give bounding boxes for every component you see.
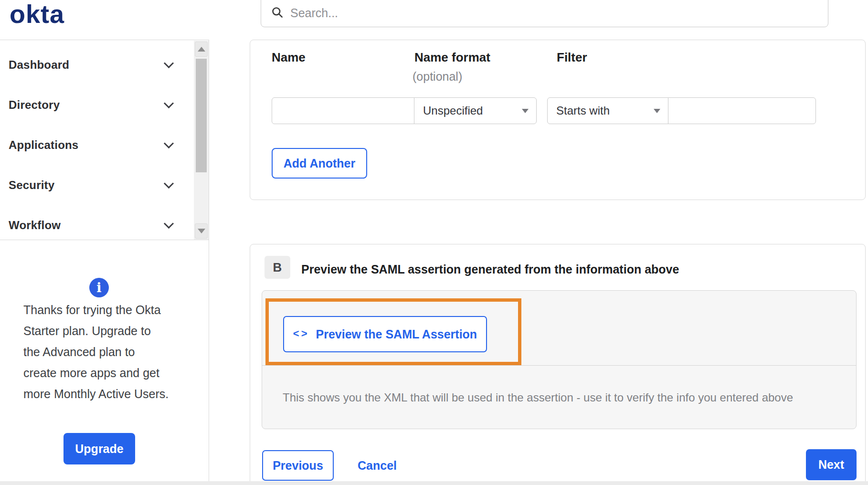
attribute-statements-panel: Name Name format (optional) Filter Unspe… xyxy=(250,40,866,200)
preview-saml-panel: B Preview the SAML assertion generated f… xyxy=(250,244,866,485)
page-bottom-strip xyxy=(0,481,868,485)
next-button[interactable]: Next xyxy=(806,449,857,480)
sidebar-item-label: Workflow xyxy=(9,219,61,232)
upgrade-message-line: create more apps and get xyxy=(23,362,169,383)
scrollbar-thumb[interactable] xyxy=(196,59,207,172)
sidebar-item-label: Directory xyxy=(9,98,60,112)
scrollbar-down-icon xyxy=(198,229,205,233)
filter-value-input[interactable] xyxy=(668,97,816,124)
upgrade-message-line: the Advanced plan to xyxy=(23,341,169,362)
chevron-down-icon xyxy=(164,179,174,189)
chevron-down-icon xyxy=(164,98,174,108)
preview-description: This shows you the XML that will be used… xyxy=(262,366,856,429)
search-input[interactable] xyxy=(290,6,818,20)
section-b-badge: B xyxy=(265,256,290,279)
upgrade-message-line: more Monthly Active Users. xyxy=(23,383,169,404)
preview-box: <> Preview the SAML Assertion This shows… xyxy=(262,290,857,429)
cancel-link[interactable]: Cancel xyxy=(358,450,397,481)
scrollbar-up-icon xyxy=(198,47,205,52)
previous-button[interactable]: Previous xyxy=(262,450,334,481)
preview-saml-assertion-button[interactable]: <> Preview the SAML Assertion xyxy=(283,316,487,352)
preview-button-area: <> Preview the SAML Assertion xyxy=(262,291,856,366)
sidebar-item-dashboard[interactable]: Dashboard xyxy=(0,45,209,85)
info-icon: i xyxy=(89,278,109,297)
sidebar-item-label: Dashboard xyxy=(9,58,69,72)
search-icon xyxy=(271,6,284,21)
name-format-column-label: Name format xyxy=(414,50,490,65)
preview-button-label: Preview the SAML Assertion xyxy=(316,327,477,341)
scrollbar-up-button[interactable] xyxy=(195,42,208,57)
sidebar-item-label: Security xyxy=(9,179,54,192)
sidebar-item-applications[interactable]: Applications xyxy=(0,125,209,165)
okta-admin-screen: okta Dashboard Directory Applications xyxy=(0,0,868,485)
name-format-optional-label: (optional) xyxy=(413,70,462,84)
upgrade-panel: i Thanks for trying the Okta Starter pla… xyxy=(0,240,209,482)
filter-type-selected-value: Starts with xyxy=(556,104,610,117)
upgrade-message-line: Starter plan. Upgrade to xyxy=(23,320,169,341)
upgrade-message: Thanks for trying the Okta Starter plan.… xyxy=(23,299,169,404)
attribute-name-input[interactable] xyxy=(272,97,414,124)
sidebar-menu: Dashboard Directory Applications Securit… xyxy=(0,40,209,240)
chevron-down-icon xyxy=(164,138,174,148)
chevron-down-icon xyxy=(164,58,174,68)
sidebar-item-label: Applications xyxy=(9,138,78,152)
section-b-title: Preview the SAML assertion generated fro… xyxy=(301,263,679,276)
dropdown-arrow-icon xyxy=(654,109,660,113)
filter-column-label: Filter xyxy=(557,50,587,65)
add-another-button[interactable]: Add Another xyxy=(272,148,367,179)
sidebar-item-workflow[interactable]: Workflow xyxy=(0,205,209,245)
name-format-select[interactable]: Unspecified xyxy=(414,97,537,124)
name-format-selected-value: Unspecified xyxy=(423,104,483,117)
global-search xyxy=(261,0,828,27)
code-icon: <> xyxy=(293,327,309,340)
filter-type-select[interactable]: Starts with xyxy=(547,97,668,124)
upgrade-button[interactable]: Upgrade xyxy=(64,433,135,464)
sidebar: Dashboard Directory Applications Securit… xyxy=(0,40,209,481)
okta-logo: okta xyxy=(10,0,64,29)
sidebar-scrollbar[interactable] xyxy=(194,41,209,240)
upgrade-message-line: Thanks for trying the Okta xyxy=(23,299,169,320)
sidebar-item-directory[interactable]: Directory xyxy=(0,85,209,125)
sidebar-item-security[interactable]: Security xyxy=(0,165,209,205)
chevron-down-icon xyxy=(164,219,174,229)
dropdown-arrow-icon xyxy=(522,109,529,113)
scrollbar-down-button[interactable] xyxy=(195,223,208,239)
name-column-label: Name xyxy=(272,50,306,65)
